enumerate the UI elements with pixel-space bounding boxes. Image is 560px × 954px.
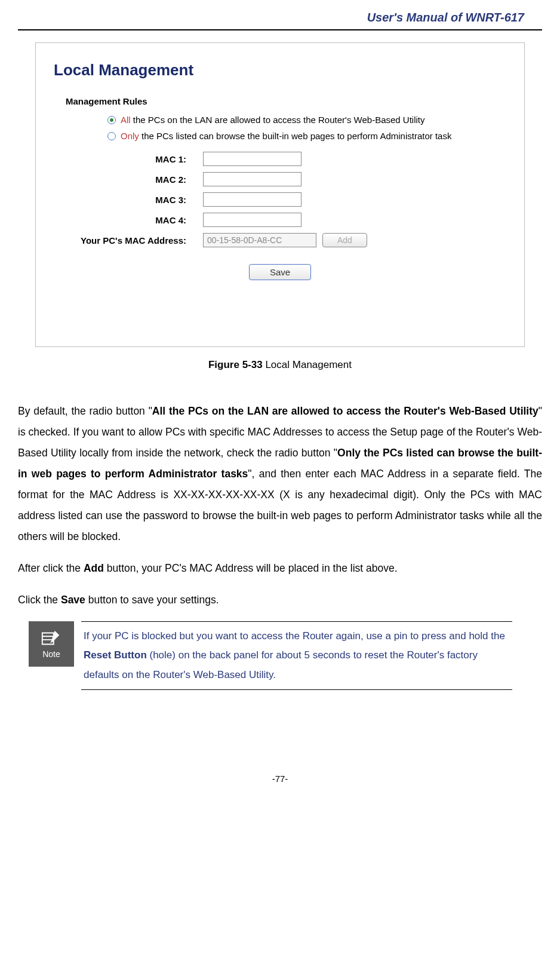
- mac4-label: MAC 4:: [78, 215, 203, 225]
- radio-label-only: Only the PCs listed can browse the built…: [121, 131, 451, 141]
- radio-option-only[interactable]: Only the PCs listed can browse the built…: [107, 131, 524, 141]
- add-button[interactable]: Add: [322, 233, 367, 247]
- note-label: Note: [42, 649, 60, 659]
- mac3-label: MAC 3:: [78, 195, 203, 205]
- mac4-input[interactable]: [203, 213, 301, 227]
- note-icon: Note: [29, 621, 74, 667]
- screenshot-local-management: Local Management Management Rules All th…: [35, 42, 525, 347]
- paragraph-1: By default, the radio button "All the PC…: [18, 401, 542, 547]
- radio-option-all[interactable]: All the PCs on the LAN are allowed to ac…: [107, 115, 524, 125]
- mac2-input[interactable]: [203, 172, 301, 186]
- radio-icon-selected: [107, 116, 116, 124]
- paragraph-2: After click the Add button, your PC's MA…: [18, 558, 542, 579]
- figure-caption: Figure 5-33 Local Management: [18, 359, 542, 371]
- panel-title: Local Management: [54, 61, 524, 79]
- mac1-input[interactable]: [203, 152, 301, 166]
- header-title: User's Manual of WNRT-617: [18, 0, 542, 29]
- page-number: -77-: [18, 774, 542, 796]
- radio-icon-unselected: [107, 132, 116, 140]
- save-button[interactable]: Save: [249, 264, 311, 280]
- pcmac-label: Your PC's MAC Address:: [78, 235, 203, 246]
- pcmac-input: [203, 233, 316, 247]
- panel-subtitle: Management Rules: [66, 96, 524, 106]
- mac3-input[interactable]: [203, 192, 301, 207]
- radio-label-all: All the PCs on the LAN are allowed to ac…: [121, 115, 425, 125]
- mac2-label: MAC 2:: [78, 174, 203, 185]
- header-divider: [18, 29, 542, 30]
- note-text: If your PC is blocked but you want to ac…: [84, 627, 510, 685]
- mac1-label: MAC 1:: [78, 154, 203, 164]
- paragraph-3: Click the Save button to save your setti…: [18, 590, 542, 611]
- note-block: Note If your PC is blocked but you want …: [29, 621, 512, 690]
